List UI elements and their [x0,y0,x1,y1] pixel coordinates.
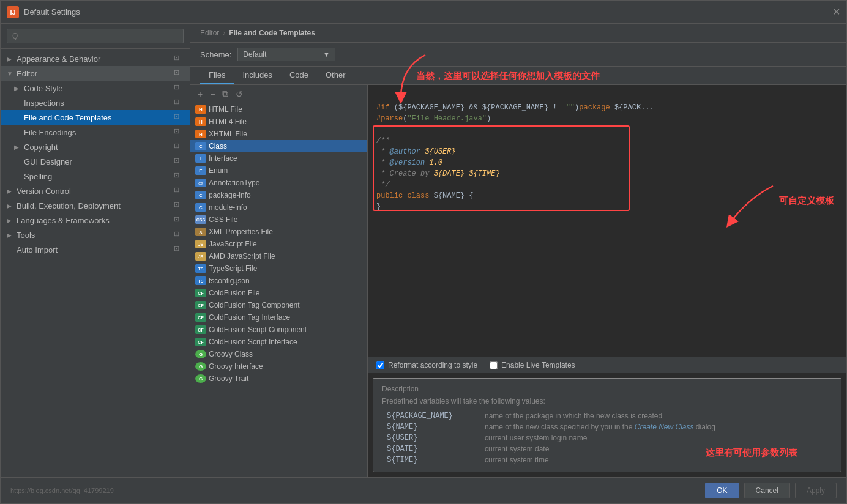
sidebar-item-inspections[interactable]: ▶ Inspections ⊡ [1,95,190,110]
arrow-icon: ▶ [14,85,21,92]
sidebar-item-appearance[interactable]: ▶ Appearance & Behavior ⊡ [1,51,190,66]
reset-template-button[interactable]: ↺ [233,88,245,100]
sidebar-item-editor[interactable]: ▼ Editor ⊡ [1,66,190,81]
file-item-html[interactable]: H HTML File [190,103,367,116]
css-file-icon: CSS [195,215,206,224]
file-item-groovy-trait[interactable]: G Groovy Trait [190,372,367,385]
sidebar-item-file-encodings[interactable]: ▶ File Encodings ⊡ [1,125,190,139]
sidebar-item-label: Languages & Frameworks [17,216,174,225]
sidebar-item-languages[interactable]: ▶ Languages & Frameworks ⊡ [1,213,190,228]
arrow-icon: ▶ [7,188,14,195]
live-templates-label: Enable Live Templates [501,361,575,369]
file-item-cf-script-comp[interactable]: CF ColdFusion Script Component [190,324,367,336]
sidebar-item-label: Inspections [24,98,174,108]
search-input[interactable] [7,29,184,43]
file-item-cf[interactable]: CF ColdFusion File [190,287,367,299]
cancel-button[interactable]: Cancel [744,483,790,498]
sidebar-item-spelling[interactable]: ▶ Spelling ⊡ [1,169,190,183]
add-template-button[interactable]: + [195,88,205,100]
sidebar-item-copyright[interactable]: ▶ Copyright ⊡ [1,139,190,154]
enum-file-icon: E [195,166,206,175]
breadcrumb-current: File and Code Templates [229,29,315,37]
description-panel: Description Predefined variables will ta… [373,378,841,472]
copy-icon: ⊡ [174,201,184,210]
xml-file-icon: X [195,228,206,236]
amd-js-icon: JS [195,252,206,261]
groovy-class-icon: G [195,350,206,358]
scheme-select[interactable]: Default ▼ [237,48,335,61]
file-item-label: CSS File [209,215,237,224]
pkg-file-icon: C [195,191,206,199]
copy-icon: ⊡ [174,186,184,196]
sidebar-item-tools[interactable]: ▶ Tools ⊡ [1,228,190,242]
file-item-html4[interactable]: H HTML4 File [190,116,367,128]
ts-file-icon: TS [195,264,206,273]
file-item-module-info[interactable]: C module-info [190,201,367,213]
file-item-tsconfig[interactable]: TS tsconfig.json [190,275,367,287]
copy-icon: ⊡ [174,127,184,137]
file-item-enum[interactable]: E Enum [190,165,367,177]
file-toolbar: + − ⧉ ↺ [190,85,367,103]
file-item-cf-script-iface[interactable]: CF ColdFusion Script Interface [190,336,367,348]
cf-script-iface-icon: CF [195,338,206,346]
file-item-label: Enum [209,166,228,175]
app-icon: IJ [7,6,19,18]
sidebar-items: ▶ Appearance & Behavior ⊡ ▼ Editor ⊡ ▶ C… [1,49,190,477]
tab-includes[interactable]: Includes [234,67,280,84]
sidebar-item-file-code-templates[interactable]: ▶ File and Code Templates ⊡ [1,110,190,125]
groovy-trait-icon: G [195,374,206,383]
main-area: Editor › File and Code Templates Scheme:… [190,24,846,477]
file-item-annotation[interactable]: @ AnnotationType [190,177,367,189]
file-item-js[interactable]: JS JavaScript File [190,238,367,250]
file-item-label: Groovy Interface [209,362,263,371]
copy-template-button[interactable]: ⧉ [220,87,231,100]
sidebar-item-build-exec[interactable]: ▶ Build, Execution, Deployment ⊡ [1,198,190,213]
editor-bottom: Reformat according to style Enable Live … [368,357,846,373]
cf-file-icon: CF [195,289,206,297]
file-item-css[interactable]: CSS CSS File [190,213,367,226]
sidebar-item-auto-import[interactable]: ▶ Auto Import ⊡ [1,242,190,257]
desc-row-time: ${TIME} current system time [382,454,832,465]
scheme-dropdown-arrow: ▼ [323,50,330,59]
live-templates-checkbox[interactable] [490,361,498,369]
file-item-interface[interactable]: I Interface [190,152,367,165]
sidebar-item-label: Auto Import [17,245,174,254]
tab-code[interactable]: Code [281,67,317,84]
apply-button[interactable]: Apply [795,483,837,498]
reformat-label: Reformat according to style [388,361,477,369]
file-item-package-info[interactable]: C package-info [190,189,367,201]
ok-button[interactable]: OK [705,483,739,498]
html4-file-icon: H [195,117,206,126]
tab-files[interactable]: Files [200,67,234,84]
arrow-icon: ▶ [14,144,21,150]
code-editor[interactable]: #if (${PACKAGE_NAME} && ${PACKAGE_NAME} … [368,85,846,357]
reformat-checkbox[interactable] [376,361,384,369]
tab-other[interactable]: Other [317,67,354,84]
file-item-class[interactable]: C Class [190,140,367,152]
desc-row-name: ${NAME} name of the new class specified … [382,421,832,432]
file-item-xml-props[interactable]: X XML Properties File [190,226,367,238]
file-item-groovy-iface[interactable]: G Groovy Interface [190,360,367,372]
arrow-icon: ▼ [7,70,14,77]
remove-template-button[interactable]: − [207,88,217,100]
file-item-xhtml[interactable]: H XHTML File [190,128,367,140]
dialog-body: ▶ Appearance & Behavior ⊡ ▼ Editor ⊡ ▶ C… [1,24,846,477]
file-item-cf-tag-comp[interactable]: CF ColdFusion Tag Component [190,299,367,311]
file-item-label: AnnotationType [209,179,259,187]
sidebar-item-gui-designer[interactable]: ▶ GUI Designer ⊡ [1,154,190,169]
file-item-groovy-class[interactable]: G Groovy Class [190,348,367,360]
sidebar-item-label: Tools [17,231,174,240]
file-item-ts[interactable]: TS TypeScript File [190,262,367,275]
sidebar-item-version-control[interactable]: ▶ Version Control ⊡ [1,183,190,198]
dialog-container: IJ Default Settings ✕ ▶ Appearance & Beh… [0,0,847,504]
sidebar-item-label: Code Style [24,84,174,93]
file-item-cf-tag-iface[interactable]: CF ColdFusion Tag Interface [190,311,367,324]
close-button[interactable]: ✕ [832,6,840,18]
groovy-iface-icon: G [195,362,206,371]
description-title: Description [382,385,832,393]
file-item-label: ColdFusion Tag Component [209,301,300,309]
sidebar-item-code-style[interactable]: ▶ Code Style ⊡ [1,81,190,95]
copy-icon: ⊡ [174,215,184,225]
file-item-amd-js[interactable]: JS AMD JavaScript File [190,250,367,262]
sidebar-item-label: File Encodings [24,128,174,137]
